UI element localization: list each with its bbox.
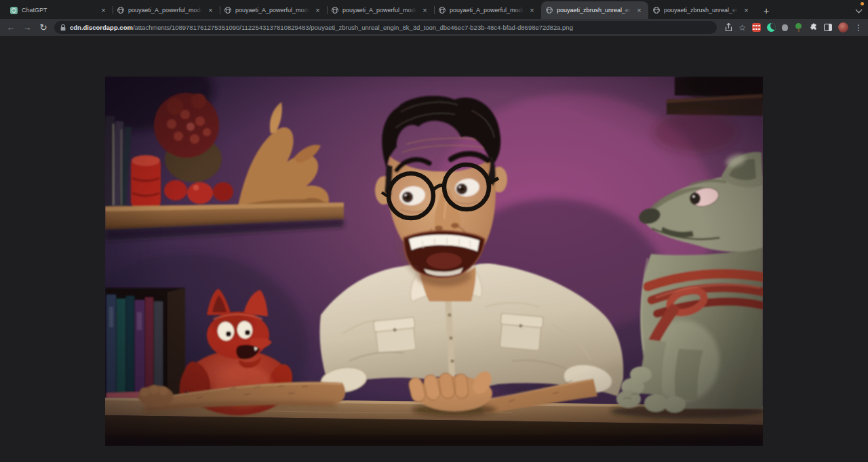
tab-title: pouyaeti_A_powerful_modern bbox=[342, 7, 416, 14]
extensions-puzzle-icon[interactable] bbox=[809, 23, 818, 32]
browser-window: ChatGPT×pouyaeti_A_powerful_modern×pouya… bbox=[0, 0, 868, 462]
tab[interactable]: pouyaeti_A_powerful_modern× bbox=[220, 1, 327, 19]
address-bar[interactable]: cdn.discordapp.com/attachments/108978176… bbox=[54, 21, 717, 34]
tab-search-chevron-icon[interactable] bbox=[856, 7, 863, 14]
red-grid-extension-icon[interactable] bbox=[752, 23, 761, 32]
tab-close-button[interactable]: × bbox=[742, 6, 751, 15]
globe-icon bbox=[224, 7, 231, 14]
discord-attachment-image[interactable] bbox=[105, 77, 763, 446]
globe-icon bbox=[332, 7, 338, 14]
tab-close-button[interactable]: × bbox=[420, 6, 429, 15]
tab-close-button[interactable]: × bbox=[313, 6, 322, 15]
lock-icon bbox=[60, 24, 66, 31]
vignette bbox=[105, 77, 763, 446]
bookmark-star-icon[interactable]: ☆ bbox=[738, 23, 746, 33]
tab[interactable]: pouyaeti_A_powerful_modern× bbox=[327, 1, 434, 19]
tab-close-button[interactable]: × bbox=[528, 6, 536, 15]
tab[interactable]: pouyaeti_zbrush_unreal_engin× bbox=[648, 1, 755, 19]
page-viewport bbox=[0, 36, 868, 462]
tab-strip: ChatGPT×pouyaeti_A_powerful_modern×pouya… bbox=[0, 0, 868, 19]
tab-strip-tabs: ChatGPT×pouyaeti_A_powerful_modern×pouya… bbox=[5, 1, 755, 19]
update-notification-dot bbox=[861, 2, 864, 5]
tab-title: pouyaeti_A_powerful_modern bbox=[128, 7, 202, 14]
back-button[interactable]: ← bbox=[5, 23, 16, 32]
green-tree-extension-icon[interactable] bbox=[794, 23, 803, 32]
globe-icon bbox=[117, 7, 124, 14]
toolbar-actions: ☆ ⋮ bbox=[722, 22, 863, 33]
forward-button[interactable]: → bbox=[22, 23, 33, 32]
globe-icon bbox=[439, 7, 446, 14]
globe-icon bbox=[546, 7, 553, 14]
gray-extension-icon[interactable] bbox=[782, 24, 788, 31]
tab-title: pouyaeti_A_powerful_modern bbox=[235, 7, 309, 14]
tab[interactable]: ChatGPT× bbox=[5, 1, 113, 19]
tab-close-button[interactable]: × bbox=[206, 6, 215, 15]
tab[interactable]: pouyaeti_A_powerful_modern× bbox=[434, 1, 541, 19]
share-icon[interactable] bbox=[725, 23, 732, 32]
kebab-menu-icon[interactable]: ⋮ bbox=[854, 23, 863, 33]
dark-reader-moon-icon[interactable] bbox=[767, 23, 776, 32]
url-domain: cdn.discordapp.com bbox=[70, 24, 133, 31]
tab-title: pouyaeti_zbrush_unreal_engin bbox=[664, 7, 738, 14]
reload-button[interactable]: ↻ bbox=[38, 23, 49, 32]
toon-artwork bbox=[105, 77, 763, 446]
profile-avatar[interactable] bbox=[838, 22, 848, 33]
globe-icon bbox=[653, 7, 660, 14]
tab[interactable]: pouyaeti_A_powerful_modern× bbox=[113, 1, 220, 19]
tab-close-button[interactable]: × bbox=[635, 6, 644, 15]
tab-title: pouyaeti_zbrush_unreal_engin bbox=[557, 7, 631, 14]
url-text: cdn.discordapp.com/attachments/108978176… bbox=[70, 24, 573, 31]
tab-active[interactable]: pouyaeti_zbrush_unreal_engin× bbox=[541, 1, 648, 19]
url-path: /attachments/1089781761275351090/1122543… bbox=[133, 24, 573, 31]
side-panel-icon[interactable] bbox=[824, 24, 832, 31]
tab-title: ChatGPT bbox=[22, 7, 95, 14]
new-tab-button[interactable]: + bbox=[758, 3, 774, 19]
tab-title: pouyaeti_A_powerful_modern bbox=[450, 7, 524, 14]
tab-close-button[interactable]: × bbox=[99, 6, 108, 15]
chatgpt-icon bbox=[10, 7, 18, 14]
toolbar: ← → ↻ cdn.discordapp.com/attachments/108… bbox=[0, 19, 868, 36]
